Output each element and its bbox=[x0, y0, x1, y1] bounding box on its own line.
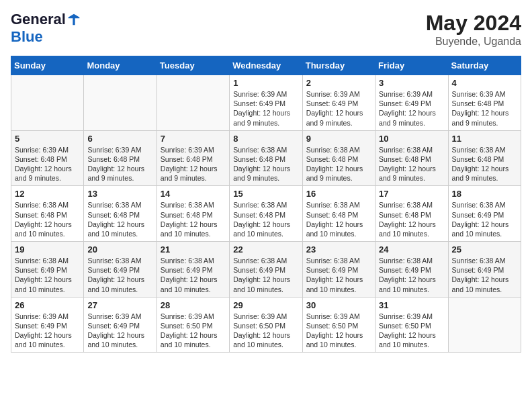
calendar-day-cell: 21Sunrise: 6:38 AMSunset: 6:49 PMDayligh… bbox=[157, 242, 229, 298]
calendar-day-cell: 15Sunrise: 6:38 AMSunset: 6:48 PMDayligh… bbox=[230, 186, 302, 242]
day-info: Sunrise: 6:39 AMSunset: 6:50 PMDaylight:… bbox=[161, 312, 226, 350]
calendar-day-cell: 4Sunrise: 6:39 AMSunset: 6:48 PMDaylight… bbox=[448, 75, 521, 131]
calendar-day-cell: 6Sunrise: 6:39 AMSunset: 6:48 PMDaylight… bbox=[84, 130, 157, 186]
day-info: Sunrise: 6:38 AMSunset: 6:49 PMDaylight:… bbox=[306, 256, 371, 294]
day-info: Sunrise: 6:39 AMSunset: 6:49 PMDaylight:… bbox=[15, 312, 80, 350]
day-number: 20 bbox=[87, 244, 152, 255]
calendar-day-cell: 28Sunrise: 6:39 AMSunset: 6:50 PMDayligh… bbox=[157, 297, 229, 353]
calendar-day-cell: 29Sunrise: 6:39 AMSunset: 6:50 PMDayligh… bbox=[230, 297, 302, 353]
day-number: 26 bbox=[15, 300, 80, 310]
day-number: 14 bbox=[161, 189, 226, 199]
logo-icon bbox=[67, 13, 81, 26]
calendar-day-cell: 14Sunrise: 6:38 AMSunset: 6:48 PMDayligh… bbox=[157, 186, 229, 242]
day-info: Sunrise: 6:39 AMSunset: 6:48 PMDaylight:… bbox=[15, 145, 80, 183]
day-number: 12 bbox=[15, 189, 80, 199]
day-info: Sunrise: 6:38 AMSunset: 6:48 PMDaylight:… bbox=[233, 145, 298, 183]
location-subtitle: Buyende, Uganda bbox=[426, 36, 521, 48]
day-info: Sunrise: 6:39 AMSunset: 6:50 PMDaylight:… bbox=[306, 312, 371, 350]
day-number: 11 bbox=[452, 134, 517, 144]
day-of-week-header: Saturday bbox=[448, 56, 521, 75]
calendar-day-cell bbox=[11, 75, 84, 131]
day-info: Sunrise: 6:38 AMSunset: 6:49 PMDaylight:… bbox=[161, 256, 226, 294]
calendar-day-cell: 18Sunrise: 6:38 AMSunset: 6:49 PMDayligh… bbox=[448, 186, 521, 242]
day-number: 1 bbox=[233, 78, 298, 88]
day-of-week-header: Monday bbox=[84, 56, 157, 75]
day-info: Sunrise: 6:38 AMSunset: 6:48 PMDaylight:… bbox=[379, 200, 444, 238]
day-number: 4 bbox=[452, 78, 517, 88]
day-info: Sunrise: 6:39 AMSunset: 6:48 PMDaylight:… bbox=[161, 145, 226, 183]
day-number: 28 bbox=[161, 300, 226, 310]
day-number: 24 bbox=[379, 244, 444, 255]
day-info: Sunrise: 6:39 AMSunset: 6:49 PMDaylight:… bbox=[87, 312, 152, 350]
day-of-week-header: Friday bbox=[375, 56, 448, 75]
calendar-day-cell: 31Sunrise: 6:39 AMSunset: 6:50 PMDayligh… bbox=[375, 297, 448, 353]
day-number: 23 bbox=[306, 244, 371, 255]
day-number: 3 bbox=[379, 78, 444, 88]
day-number: 21 bbox=[161, 244, 226, 255]
day-info: Sunrise: 6:38 AMSunset: 6:48 PMDaylight:… bbox=[15, 200, 80, 238]
calendar-day-cell: 8Sunrise: 6:38 AMSunset: 6:48 PMDaylight… bbox=[230, 130, 302, 186]
day-info: Sunrise: 6:38 AMSunset: 6:48 PMDaylight:… bbox=[452, 145, 517, 183]
calendar-day-cell: 27Sunrise: 6:39 AMSunset: 6:49 PMDayligh… bbox=[84, 297, 157, 353]
day-of-week-header: Wednesday bbox=[230, 56, 302, 75]
day-number: 22 bbox=[233, 244, 298, 255]
day-info: Sunrise: 6:38 AMSunset: 6:49 PMDaylight:… bbox=[379, 256, 444, 294]
day-info: Sunrise: 6:38 AMSunset: 6:49 PMDaylight:… bbox=[452, 200, 517, 238]
day-info: Sunrise: 6:39 AMSunset: 6:50 PMDaylight:… bbox=[379, 312, 444, 350]
month-year-title: May 2024 bbox=[426, 11, 521, 36]
day-info: Sunrise: 6:38 AMSunset: 6:49 PMDaylight:… bbox=[233, 256, 298, 294]
day-number: 19 bbox=[15, 244, 80, 255]
day-number: 2 bbox=[306, 78, 371, 88]
calendar-week-row: 19Sunrise: 6:38 AMSunset: 6:49 PMDayligh… bbox=[11, 242, 521, 298]
calendar-table: SundayMondayTuesdayWednesdayThursdayFrid… bbox=[11, 56, 521, 353]
day-number: 17 bbox=[379, 189, 444, 199]
day-info: Sunrise: 6:39 AMSunset: 6:49 PMDaylight:… bbox=[379, 89, 444, 128]
calendar-day-cell: 24Sunrise: 6:38 AMSunset: 6:49 PMDayligh… bbox=[375, 242, 448, 298]
calendar-day-cell bbox=[448, 297, 521, 353]
day-info: Sunrise: 6:38 AMSunset: 6:49 PMDaylight:… bbox=[87, 256, 152, 294]
day-of-week-header: Thursday bbox=[302, 56, 375, 75]
calendar-day-cell: 5Sunrise: 6:39 AMSunset: 6:48 PMDaylight… bbox=[11, 130, 84, 186]
day-number: 13 bbox=[87, 189, 152, 199]
day-info: Sunrise: 6:38 AMSunset: 6:49 PMDaylight:… bbox=[452, 256, 517, 294]
day-info: Sunrise: 6:38 AMSunset: 6:48 PMDaylight:… bbox=[306, 145, 371, 183]
day-number: 18 bbox=[452, 189, 517, 199]
day-number: 30 bbox=[306, 300, 371, 310]
calendar-day-cell: 11Sunrise: 6:38 AMSunset: 6:48 PMDayligh… bbox=[448, 130, 521, 186]
calendar-day-cell: 19Sunrise: 6:38 AMSunset: 6:49 PMDayligh… bbox=[11, 242, 84, 298]
day-info: Sunrise: 6:38 AMSunset: 6:48 PMDaylight:… bbox=[306, 200, 371, 238]
calendar-day-cell: 20Sunrise: 6:38 AMSunset: 6:49 PMDayligh… bbox=[84, 242, 157, 298]
calendar-day-cell bbox=[157, 75, 229, 131]
calendar-day-cell: 7Sunrise: 6:39 AMSunset: 6:48 PMDaylight… bbox=[157, 130, 229, 186]
day-number: 16 bbox=[306, 189, 371, 199]
day-number: 31 bbox=[379, 300, 444, 310]
day-of-week-header: Tuesday bbox=[157, 56, 229, 75]
day-of-week-header: Sunday bbox=[11, 56, 84, 75]
day-number: 7 bbox=[161, 134, 226, 144]
calendar-day-cell: 23Sunrise: 6:38 AMSunset: 6:49 PMDayligh… bbox=[302, 242, 375, 298]
day-number: 5 bbox=[15, 134, 80, 144]
day-info: Sunrise: 6:38 AMSunset: 6:49 PMDaylight:… bbox=[15, 256, 80, 294]
calendar-day-cell: 2Sunrise: 6:39 AMSunset: 6:49 PMDaylight… bbox=[302, 75, 375, 131]
page-header: General Blue May 2024 Buyende, Uganda bbox=[11, 11, 521, 48]
calendar-header-row: SundayMondayTuesdayWednesdayThursdayFrid… bbox=[11, 56, 521, 75]
day-info: Sunrise: 6:38 AMSunset: 6:48 PMDaylight:… bbox=[161, 200, 226, 238]
day-info: Sunrise: 6:38 AMSunset: 6:48 PMDaylight:… bbox=[379, 145, 444, 183]
day-info: Sunrise: 6:39 AMSunset: 6:49 PMDaylight:… bbox=[306, 89, 371, 128]
calendar-day-cell: 9Sunrise: 6:38 AMSunset: 6:48 PMDaylight… bbox=[302, 130, 375, 186]
calendar-day-cell: 22Sunrise: 6:38 AMSunset: 6:49 PMDayligh… bbox=[230, 242, 302, 298]
day-number: 29 bbox=[233, 300, 298, 310]
day-number: 10 bbox=[379, 134, 444, 144]
day-info: Sunrise: 6:39 AMSunset: 6:50 PMDaylight:… bbox=[233, 312, 298, 350]
calendar-week-row: 12Sunrise: 6:38 AMSunset: 6:48 PMDayligh… bbox=[11, 186, 521, 242]
calendar-week-row: 5Sunrise: 6:39 AMSunset: 6:48 PMDaylight… bbox=[11, 130, 521, 186]
calendar-day-cell: 12Sunrise: 6:38 AMSunset: 6:48 PMDayligh… bbox=[11, 186, 84, 242]
calendar-day-cell: 13Sunrise: 6:38 AMSunset: 6:48 PMDayligh… bbox=[84, 186, 157, 242]
calendar-day-cell: 1Sunrise: 6:39 AMSunset: 6:49 PMDaylight… bbox=[230, 75, 302, 131]
calendar-week-row: 1Sunrise: 6:39 AMSunset: 6:49 PMDaylight… bbox=[11, 75, 521, 131]
logo: General Blue bbox=[11, 11, 81, 46]
day-info: Sunrise: 6:38 AMSunset: 6:48 PMDaylight:… bbox=[87, 200, 152, 238]
logo-general-text: General bbox=[11, 11, 66, 28]
calendar-week-row: 26Sunrise: 6:39 AMSunset: 6:49 PMDayligh… bbox=[11, 297, 521, 353]
calendar-day-cell: 16Sunrise: 6:38 AMSunset: 6:48 PMDayligh… bbox=[302, 186, 375, 242]
